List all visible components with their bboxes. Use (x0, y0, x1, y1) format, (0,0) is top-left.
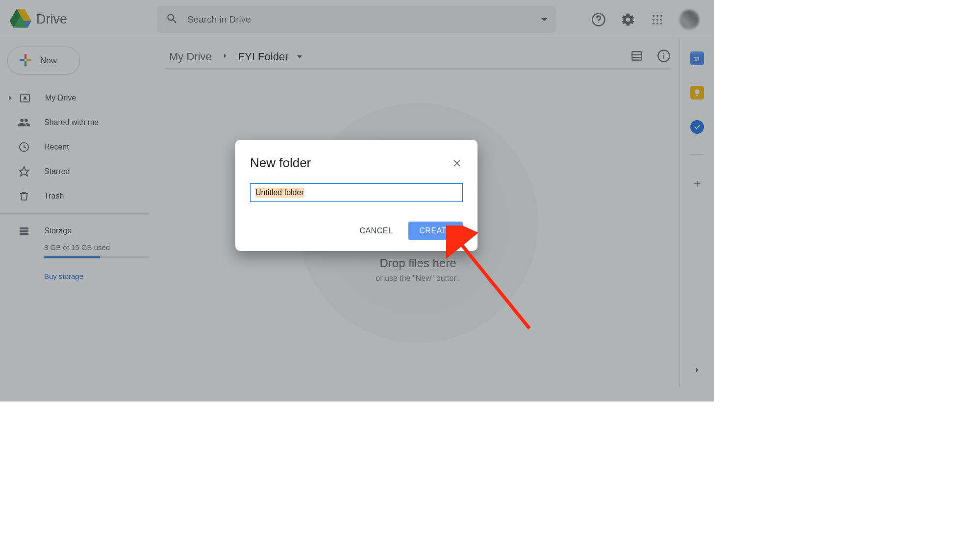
new-folder-dialog: New folder Untitled folder CANCEL CREATE (235, 140, 477, 251)
dialog-close-icon[interactable] (451, 157, 463, 169)
folder-name-input-value: Untitled folder (255, 188, 304, 198)
folder-name-input[interactable]: Untitled folder (250, 183, 463, 202)
cancel-button[interactable]: CANCEL (349, 222, 403, 240)
dialog-title: New folder (250, 155, 311, 171)
create-button[interactable]: CREATE (408, 222, 463, 240)
